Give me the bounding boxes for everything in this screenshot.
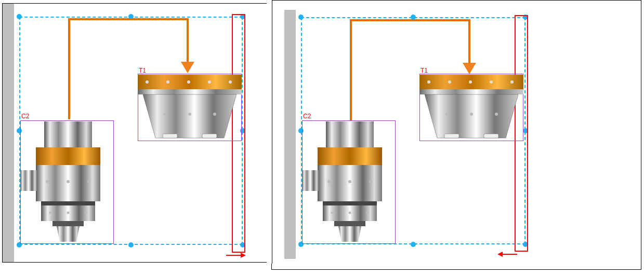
svg-point-27 [49,212,52,214]
svg-marker-53 [338,226,361,242]
svg-rect-45 [484,134,498,138]
panel-left[interactable]: C2 T1 [3,4,267,262]
svg-point-13 [213,113,216,116]
svg-point-29 [85,212,87,214]
flow-arrow-h [68,18,189,20]
flow-arrow-v2 [187,18,189,65]
svg-marker-1 [241,253,246,258]
svg-point-12 [188,113,191,116]
svg-point-37 [448,80,451,84]
svg-rect-16 [44,121,92,147]
c2-body [300,119,398,246]
grey-sidebar [3,4,14,262]
svg-rect-14 [163,134,177,138]
label-c2: C2 [21,113,29,120]
flow-arrow-v1 [350,19,352,120]
svg-marker-35 [425,94,518,138]
label-c2: C2 [303,113,311,120]
svg-point-43 [495,113,498,116]
svg-point-6 [146,80,149,84]
svg-rect-46 [326,121,374,147]
sel-handle-tl[interactable] [17,14,22,19]
svg-marker-23 [57,226,80,242]
svg-point-40 [510,80,514,84]
flow-arrowhead-icon [181,62,194,73]
svg-point-26 [87,180,90,183]
svg-point-57 [331,212,334,214]
svg-point-25 [67,180,70,183]
grey-sidebar [284,10,296,259]
svg-point-58 [349,212,351,214]
svg-point-55 [348,180,351,183]
svg-point-7 [166,80,169,84]
svg-point-59 [366,212,369,214]
arrow-left-icon [496,251,517,258]
svg-rect-47 [318,147,382,165]
svg-point-36 [427,80,430,84]
svg-marker-5 [143,94,236,138]
svg-point-9 [208,80,211,84]
svg-point-41 [445,113,449,116]
svg-marker-2 [181,62,194,73]
svg-rect-19 [20,170,37,191]
panel-overlap-edge [267,0,272,264]
svg-rect-17 [36,147,100,165]
diagram-stage: C2 T1 [0,0,644,275]
flow-arrow-v2 [468,19,470,66]
t1-body [137,73,243,142]
svg-point-38 [469,80,472,84]
svg-point-56 [369,180,372,183]
svg-rect-44 [444,134,459,138]
c2-body [18,119,116,246]
sel-handle-bm[interactable] [128,242,134,248]
svg-rect-20 [41,201,95,205]
svg-marker-31 [497,252,503,257]
svg-rect-4 [138,89,242,94]
svg-point-8 [187,80,190,84]
arrow-right-icon [226,252,247,259]
svg-point-11 [164,113,167,116]
sel-handle-tl[interactable] [298,15,304,20]
svg-point-42 [470,113,473,116]
svg-rect-52 [334,221,365,226]
svg-rect-50 [323,201,377,205]
svg-point-28 [67,212,70,214]
svg-point-24 [46,180,49,183]
panel-right[interactable]: C2 T1 [272,1,641,269]
svg-point-10 [229,80,232,84]
svg-point-39 [490,80,493,84]
flow-arrow-v1 [68,18,70,119]
svg-point-54 [327,180,331,183]
svg-rect-34 [419,89,523,94]
t1-body [418,73,524,142]
svg-rect-15 [202,134,217,138]
sel-handle-bm[interactable] [411,242,416,247]
svg-rect-22 [52,221,84,226]
svg-rect-49 [302,170,319,191]
flow-arrow-h [350,19,470,21]
